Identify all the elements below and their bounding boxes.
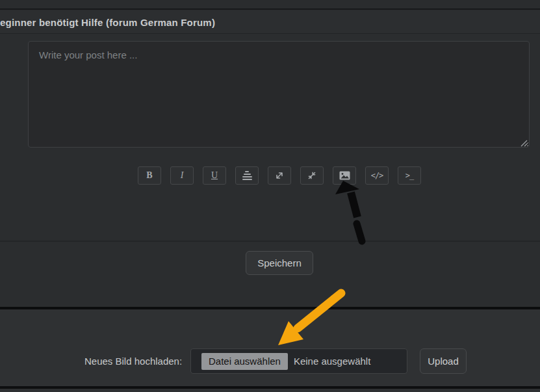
- italic-button[interactable]: I: [170, 166, 194, 185]
- code-button[interactable]: </>: [365, 166, 389, 185]
- terminal-icon: >_: [405, 171, 413, 180]
- top-strip: [0, 0, 540, 10]
- bold-button[interactable]: B: [138, 166, 161, 185]
- expand-arrows-icon: [274, 170, 285, 181]
- image-button[interactable]: [333, 166, 356, 185]
- thread-header-bar: eginner benötigt Hilfe (forum German For…: [0, 11, 540, 34]
- italic-icon: I: [181, 170, 184, 181]
- align-center-button[interactable]: [235, 166, 259, 185]
- choose-file-button[interactable]: Datei auswählen: [201, 353, 288, 370]
- underline-icon: U: [211, 170, 218, 181]
- black-arrow-annotation: [327, 177, 374, 248]
- underline-button[interactable]: U: [203, 166, 226, 185]
- upload-label: Neues Bild hochladen:: [84, 356, 182, 367]
- collapse-button[interactable]: [300, 166, 324, 185]
- file-selected-status: Keine ausgewählt: [294, 356, 370, 367]
- forum-post-editor-screen: eginner benötigt Hilfe (forum German For…: [0, 0, 540, 392]
- bold-icon: B: [146, 170, 152, 181]
- collapse-arrows-icon: [307, 170, 317, 181]
- section-divider: [0, 241, 540, 242]
- code-icon: </>: [371, 171, 383, 180]
- terminal-button[interactable]: >_: [398, 166, 421, 185]
- expand-button[interactable]: [268, 166, 291, 185]
- save-button[interactable]: Speichern: [246, 251, 313, 275]
- post-input[interactable]: [28, 41, 530, 148]
- file-input[interactable]: Datei auswählen Keine ausgewählt: [190, 348, 407, 374]
- upload-button[interactable]: Upload: [420, 348, 467, 374]
- image-icon: [339, 171, 350, 180]
- align-center-icon: [242, 171, 252, 180]
- upload-section: [0, 309, 540, 386]
- formatting-toolbar: B I U: [138, 166, 421, 185]
- bottom-strip: [0, 389, 540, 392]
- thread-title: eginner benötigt Hilfe (forum German For…: [0, 17, 215, 28]
